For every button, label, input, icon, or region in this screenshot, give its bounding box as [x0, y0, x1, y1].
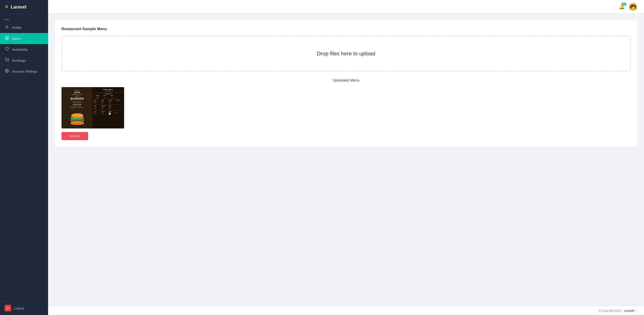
- account-settings-label: Account Settings: [12, 69, 37, 73]
- burger-svg: [69, 113, 86, 126]
- svg-point-14: [70, 117, 84, 119]
- avatar-face-icon: 🧑: [630, 5, 636, 10]
- profile-label: Profile: [12, 26, 22, 29]
- menu-page-right: THE GRILL— HOUSE — BURGER SPECIAL TASTY …: [93, 87, 124, 128]
- remove-button[interactable]: remove: [62, 132, 88, 140]
- app-name: Laravel: [11, 4, 26, 9]
- svg-rect-4: [8, 38, 8, 39]
- menu-icon: [4, 36, 10, 41]
- sidebar-section-label: Main: [0, 14, 48, 22]
- svg-point-5: [6, 61, 7, 62]
- svg-point-10: [71, 113, 83, 117]
- notification-badge: 01: [622, 3, 626, 5]
- svg-rect-2: [8, 36, 8, 37]
- svg-point-6: [8, 61, 8, 62]
- footer-brand: Laravel: [624, 309, 634, 312]
- footer-arrow-icon: ↑: [636, 309, 637, 312]
- sidebar: ✕ Laravel Main Profile Menu Availability…: [0, 0, 48, 315]
- availability-label: Availability: [12, 47, 28, 51]
- sidebar-item-bookings[interactable]: Bookings: [0, 55, 48, 66]
- svg-point-0: [6, 26, 8, 27]
- sidebar-item-availability[interactable]: Availability: [0, 44, 48, 55]
- menu-cover-text: Don't EVER FORGET TO EAT YOUR Burger THE…: [70, 90, 85, 108]
- menu-label: Menu: [12, 37, 20, 40]
- avatar-image: 🧑: [629, 3, 637, 10]
- bookings-label: Bookings: [12, 58, 26, 62]
- card-title: Restaurant Sample Menu: [62, 27, 630, 31]
- svg-point-20: [70, 122, 84, 125]
- bookings-icon: [4, 58, 10, 63]
- menu-card: Restaurant Sample Menu Drop files here t…: [55, 20, 637, 147]
- menu-image-preview: Don't EVER FORGET TO EAT YOUR Burger THE…: [62, 87, 124, 128]
- logout-button[interactable]: Logout: [0, 301, 48, 315]
- account-settings-icon: [4, 69, 10, 74]
- user-avatar[interactable]: 🧑: [629, 2, 637, 11]
- logout-icon: [4, 305, 11, 312]
- uploaded-label: Uploaded Menu: [62, 78, 630, 83]
- sidebar-item-account-settings[interactable]: Account Settings: [0, 66, 48, 77]
- menu-page-left: Don't EVER FORGET TO EAT YOUR Burger THE…: [62, 87, 93, 128]
- drop-zone-text: Drop files here to upload: [317, 50, 376, 57]
- logo-icon: ✕: [4, 4, 8, 10]
- profile-icon: [4, 25, 10, 30]
- drop-zone[interactable]: Drop files here to upload: [62, 36, 630, 71]
- notification-bell[interactable]: 🔔 01: [619, 4, 625, 9]
- main-area: 🔔 01 🧑 Restaurant Sample Menu Drop files…: [48, 0, 644, 315]
- sidebar-item-menu[interactable]: Menu: [0, 33, 48, 44]
- footer-copyright: © Copyright 2023 -: [598, 309, 623, 312]
- logout-label: Logout: [14, 306, 24, 310]
- svg-rect-1: [5, 36, 6, 37]
- menu-preview-container: Don't EVER FORGET TO EAT YOUR Burger THE…: [62, 87, 630, 140]
- footer: © Copyright 2023 - Laravel ↑: [48, 306, 644, 315]
- sidebar-item-profile[interactable]: Profile: [0, 22, 48, 33]
- svg-rect-3: [5, 38, 6, 39]
- svg-point-7: [6, 70, 8, 71]
- content-area: Restaurant Sample Menu Drop files here t…: [48, 13, 644, 306]
- svg-rect-21: [109, 113, 110, 115]
- menu-right-title: THE GRILL— HOUSE —: [94, 89, 123, 93]
- availability-icon: [4, 47, 10, 52]
- sidebar-logo[interactable]: ✕ Laravel: [0, 0, 48, 14]
- header: 🔔 01 🧑: [48, 0, 644, 13]
- svg-rect-22: [110, 113, 111, 114]
